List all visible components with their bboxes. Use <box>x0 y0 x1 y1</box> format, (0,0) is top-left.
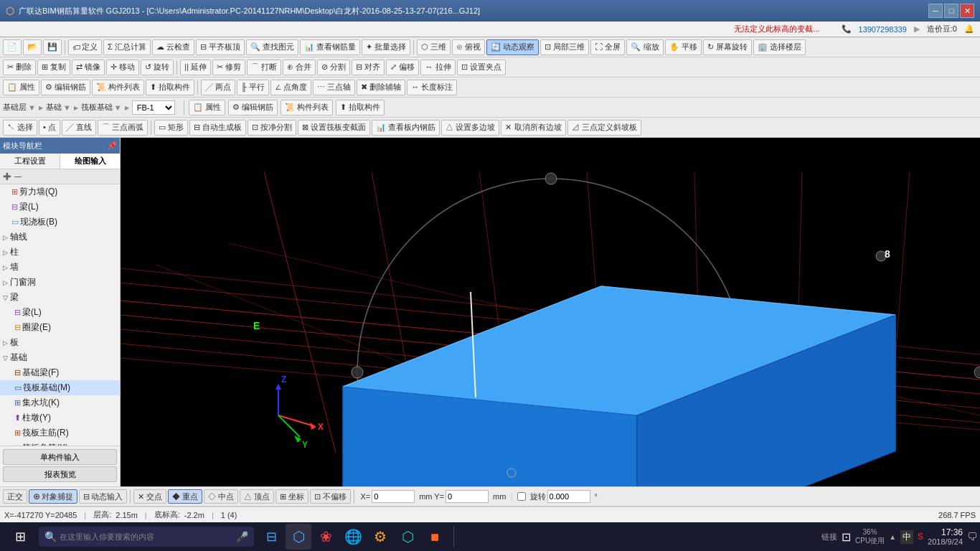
sidebar-item-liang[interactable]: ⊟ 梁(L) <box>0 199 120 215</box>
find-element-btn[interactable]: 🔍 查找图元 <box>246 39 298 55</box>
3d-btn[interactable]: ⬡ 三维 <box>417 39 451 55</box>
dynamic-input-btn[interactable]: ⊟ 动态输入 <box>79 489 127 504</box>
rotate-checkbox[interactable] <box>517 492 526 501</box>
select-btn[interactable]: ↖ 选择 <box>3 120 37 136</box>
align-top-btn[interactable]: ⊟ 平齐板顶 <box>196 39 245 55</box>
set-grip-btn[interactable]: ⊡ 设置夹点 <box>457 60 506 75</box>
three-point-axis-btn[interactable]: ⋯ 三点轴 <box>313 80 355 95</box>
line-btn[interactable]: ╱ 直线 <box>62 120 96 136</box>
element-list2-btn[interactable]: 📜 构件列表 <box>281 100 333 116</box>
point-btn[interactable]: • 点 <box>39 120 60 136</box>
screen-rotate-btn[interactable]: ↻ 屏幕旋转 <box>703 39 752 55</box>
copy-btn[interactable]: ⊞ 复制 <box>37 60 70 75</box>
sidebar-item-pier[interactable]: ⬆ 柱墩(Y) <box>0 410 120 425</box>
set-oblique-btn[interactable]: ⊿ 三点定义斜坡板 <box>567 120 641 136</box>
sidebar-pin-icon[interactable]: 📌 <box>107 141 117 151</box>
summary-btn[interactable]: Σ 汇总计算 <box>103 39 151 55</box>
sidebar-group-axis[interactable]: ▷轴线 <box>0 230 120 245</box>
move-btn[interactable]: ✛ 移动 <box>106 60 139 75</box>
set-section-btn[interactable]: ⊠ 设置筏板变截面 <box>298 120 370 136</box>
angle-btn[interactable]: ∠ 点角度 <box>270 80 311 95</box>
y-input[interactable] <box>446 490 489 503</box>
local-3d-btn[interactable]: ⊡ 局部三维 <box>540 39 589 55</box>
parallel-btn[interactable]: ╟ 平行 <box>237 80 269 95</box>
object-snap-btn[interactable]: ⊕ 对象捕捉 <box>29 489 77 504</box>
split-btn[interactable]: ⊘ 分割 <box>317 60 350 75</box>
merge-btn[interactable]: ⊕ 合并 <box>283 60 316 75</box>
x-input[interactable] <box>372 490 415 503</box>
cloud-check-btn[interactable]: ☁ 云检查 <box>152 39 194 55</box>
pan-btn[interactable]: ✋ 平移 <box>665 39 702 55</box>
bell-icon[interactable]: 🔔 <box>964 24 974 34</box>
taskbar-clock[interactable]: 17:36 2018/9/24 <box>928 527 963 546</box>
3d-viewport[interactable]: X Y Z E D 8 <box>121 138 980 486</box>
sidebar-item-sump[interactable]: ⊞ 集水坑(K) <box>0 395 120 410</box>
element-select[interactable]: FB-1 <box>132 100 175 115</box>
endpoint-btn[interactable]: ◆ 重点 <box>168 489 202 504</box>
minimize-button[interactable]: ─ <box>928 4 943 18</box>
close-button[interactable]: ✕ <box>960 4 974 18</box>
tab-drawing-input[interactable]: 绘图输入 <box>60 154 120 169</box>
select-floor-btn[interactable]: 🏢 选择楼层 <box>753 39 806 55</box>
sidebar-group-slab[interactable]: ▷板 <box>0 335 120 350</box>
break-btn[interactable]: ⌒ 打断 <box>247 60 281 75</box>
sidebar-group-wall[interactable]: ▷墙 <box>0 260 120 275</box>
cancel-slope-btn[interactable]: ✕ 取消所有边坡 <box>501 120 565 136</box>
rotate-btn[interactable]: ↺ 旋转 <box>141 60 174 75</box>
ime-sg[interactable]: S <box>918 532 923 542</box>
sidebar-group-column[interactable]: ▷柱 <box>0 245 120 260</box>
sidebar-item-jianli-qiang[interactable]: ⊞ 剪力墙(Q) <box>0 184 120 199</box>
sidebar-group-foundation[interactable]: ▽基础 <box>0 350 120 365</box>
batch-select-btn[interactable]: ✦ 批量选择 <box>362 39 410 55</box>
ime-cn[interactable]: 中 <box>900 530 913 544</box>
open-btn[interactable]: 📂 <box>23 39 42 55</box>
element-list-btn[interactable]: 📜 构件列表 <box>92 80 144 95</box>
zoom-btn[interactable]: 🔍 缩放 <box>626 39 663 55</box>
single-element-btn[interactable]: 单构件输入 <box>3 449 117 465</box>
auto-slab-btn[interactable]: ⊟ 自动生成板 <box>189 120 246 136</box>
define-btn[interactable]: 🏷 定义 <box>68 39 102 55</box>
dynamic-view-btn[interactable]: 🔄 动态观察 <box>486 39 539 55</box>
taskbar-search-bar[interactable]: 🔍 在这里输入你要搜索的内容 🎤 <box>39 527 254 547</box>
vertex-btn[interactable]: △ 顶点 <box>240 489 274 504</box>
mirror-btn[interactable]: ⇄ 镜像 <box>72 60 105 75</box>
edit-rebar-btn[interactable]: ⚙ 编辑钢筋 <box>41 80 90 95</box>
sidebar-item-rebar-neg[interactable]: ⊞ 筏板负筋(X) <box>0 441 120 446</box>
maximize-button[interactable]: □ <box>944 4 958 18</box>
no-offset-btn[interactable]: ⊡ 不偏移 <box>310 489 351 504</box>
view-rebar-btn[interactable]: 📊 查看钢筋量 <box>300 39 360 55</box>
props2-btn[interactable]: 📋 属性 <box>189 100 225 116</box>
sidebar-item-rebar-main[interactable]: ⊞ 筏板主筋(R) <box>0 425 120 441</box>
two-point-btn[interactable]: ╱ 两点 <box>201 80 235 95</box>
top-view-btn[interactable]: ⊙ 俯视 <box>452 39 485 55</box>
app-taskbar-6[interactable]: ■ <box>422 524 448 550</box>
offset-btn[interactable]: ⤢ 偏移 <box>386 60 419 75</box>
sidebar-item-raft[interactable]: ▭ 筏板基础(M) <box>0 380 120 395</box>
new-btn[interactable]: 📄 <box>3 39 22 55</box>
midpoint-btn[interactable]: ◇ 中点 <box>204 489 238 504</box>
app-taskbar-5[interactable]: ⬡ <box>395 524 420 550</box>
save-btn[interactable]: 💾 <box>43 39 62 55</box>
align-btn[interactable]: ⊟ 对齐 <box>352 60 385 75</box>
start-button[interactable]: ⊞ <box>3 524 37 550</box>
app-taskbar-3[interactable]: 🌐 <box>340 524 366 550</box>
edit-rebar2-btn[interactable]: ⚙ 编辑钢筋 <box>228 100 278 116</box>
sidebar-item-xjb[interactable]: ▭ 现浇板(B) <box>0 215 120 230</box>
stretch-btn[interactable]: ↔ 拉伸 <box>420 60 455 75</box>
report-preview-btn[interactable]: 报表预览 <box>3 466 117 482</box>
taskview-btn[interactable]: ⊟ <box>258 524 284 550</box>
remove-icon[interactable]: ─ <box>14 171 22 182</box>
ortho-btn[interactable]: 正交 <box>3 489 27 504</box>
sidebar-item-liang-l[interactable]: ⊟ 梁(L) <box>0 305 120 320</box>
del-aux-btn[interactable]: ✖ 删除辅轴 <box>357 80 405 95</box>
fullscreen-btn[interactable]: ⛶ 全屏 <box>590 39 625 55</box>
view-inner-rebar-btn[interactable]: 📊 查看板内钢筋 <box>372 120 440 136</box>
coord-btn[interactable]: ⊞ 坐标 <box>275 489 308 504</box>
tab-project-settings[interactable]: 工程设置 <box>0 154 60 169</box>
app-taskbar-1[interactable]: ⬡ <box>286 524 311 550</box>
pickup2-btn[interactable]: ⬆ 抬取构件 <box>336 100 385 116</box>
delete-btn[interactable]: ✂ 删除 <box>3 60 36 75</box>
pickup-btn[interactable]: ⬆ 抬取构件 <box>146 80 194 95</box>
sidebar-group-beam[interactable]: ▽梁 <box>0 290 120 305</box>
sidebar-item-quan-liang[interactable]: ⊟ 圈梁(E) <box>0 320 120 335</box>
